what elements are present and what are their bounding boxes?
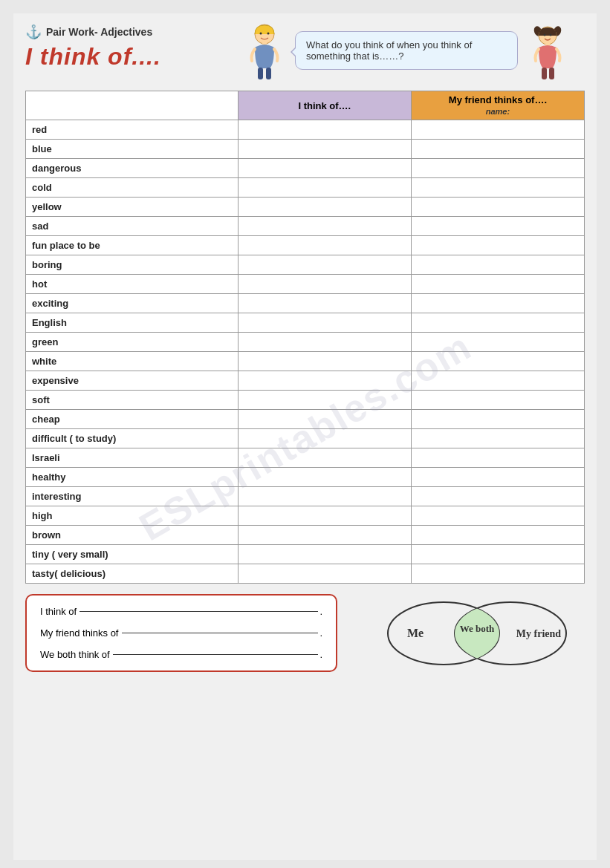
row-think [238,313,411,333]
row-label: soft [26,391,239,410]
row-friend-think [411,236,584,255]
venn-me-label: Me [407,627,424,639]
row-friend-think [411,545,584,564]
svg-rect-4 [258,68,263,79]
row-think [238,506,411,526]
row-think [238,255,411,275]
row-think [238,448,411,468]
table-row: blue [26,140,585,159]
row-think [238,487,411,506]
row-friend-think [411,410,584,429]
table-row: tasty( delicious) [26,564,585,584]
row-think [238,178,411,198]
row-friend-think [411,564,584,584]
row-think [238,352,411,371]
think-line-1: I think of . [40,606,322,617]
row-think [238,371,411,391]
row-think [238,545,411,564]
row-friend-think [411,313,584,333]
row-friend-think [411,159,584,178]
table-row: hot [26,275,585,294]
row-think [238,217,411,236]
row-label: boring [26,255,239,275]
header-left: ⚓ Pair Work- Adjectives I think of.... [25,24,241,71]
row-label: green [26,333,239,352]
row-think [238,275,411,294]
think-line-3: We both think of . [40,649,322,660]
col3-header: My friend thinks of…. name: [411,91,584,120]
row-friend-think [411,120,584,140]
venn-diagram: Me We both My friend [354,596,585,670]
row-think [238,410,411,429]
row-friend-think [411,448,584,468]
row-label: yellow [26,198,239,217]
row-friend-think [411,217,584,236]
row-friend-think [411,526,584,545]
row-label: cheap [26,410,239,429]
table-row: tiny ( very small) [26,545,585,564]
row-think [238,294,411,313]
table-row: Israeli [26,448,585,468]
svg-point-1 [260,33,262,35]
row-think [238,468,411,487]
svg-rect-14 [542,68,547,79]
table-row: brown [26,526,585,545]
table-row: expensive [26,371,585,391]
row-friend-think [411,294,584,313]
name-label: name: [486,107,510,116]
row-label: tasty( delicious) [26,564,239,584]
main-table: I think of…. My friend thinks of…. name:… [25,91,585,584]
row-friend-think [411,198,584,217]
anchor-icon: ⚓ [25,24,42,40]
row-label: brown [26,526,239,545]
row-friend-think [411,333,584,352]
row-label: white [26,352,239,371]
pair-work-label: ⚓ Pair Work- Adjectives [25,24,241,40]
main-title: I think of.... [25,43,241,71]
row-label: expensive [26,371,239,391]
table-row: green [26,333,585,352]
row-friend-think [411,255,584,275]
row-think [238,333,411,352]
row-think [238,159,411,178]
row-label: difficult ( to study) [26,429,239,448]
row-friend-think [411,506,584,526]
row-friend-think [411,352,584,371]
row-label: red [26,120,239,140]
row-label: sad [26,217,239,236]
table-row: healthy [26,468,585,487]
row-think [238,198,411,217]
row-think [238,236,411,255]
pair-work-title: Pair Work- Adjectives [46,26,152,38]
svg-rect-5 [266,68,271,79]
row-label: high [26,506,239,526]
row-label: Israeli [26,448,239,468]
row-friend-think [411,468,584,487]
row-think [238,140,411,159]
svg-point-12 [550,34,552,36]
svg-rect-15 [549,68,554,79]
row-label: English [26,313,239,333]
row-friend-think [411,371,584,391]
row-think [238,120,411,140]
row-label: dangerous [26,159,239,178]
table-row: soft [26,391,585,410]
table-row: cheap [26,410,585,429]
think-line-2: My friend thinks of . [40,627,322,639]
row-label: fun place to be [26,236,239,255]
col2-header: I think of…. [238,91,411,120]
svg-point-11 [544,34,546,36]
table-row: cold [26,178,585,198]
row-label: exciting [26,294,239,313]
row-label: tiny ( very small) [26,545,239,564]
girl-left-figure [241,24,289,83]
table-row: high [26,506,585,526]
row-label: blue [26,140,239,159]
svg-point-2 [267,33,270,35]
venn-both-label: We both [460,623,495,634]
table-row: interesting [26,487,585,506]
table-row: English [26,313,585,333]
row-label: hot [26,275,239,294]
row-friend-think [411,140,584,159]
col1-header [26,91,239,120]
